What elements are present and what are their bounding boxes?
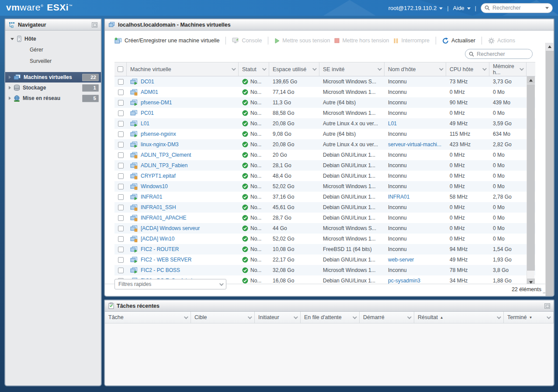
select-all-checkbox[interactable] <box>118 66 123 72</box>
scrollbar-thumb[interactable] <box>527 84 535 271</box>
sidebar-item-machines-virtuelles[interactable]: Machines virtuelles22 <box>5 72 101 83</box>
vm-search-input[interactable] <box>477 51 529 57</box>
vm-name-link[interactable]: L01 <box>141 120 149 127</box>
vm-hostname-link[interactable]: web-server <box>388 257 414 263</box>
global-search-input[interactable] <box>492 5 543 11</box>
task-column-header-6[interactable]: Terminé▼ <box>504 312 554 323</box>
table-row[interactable]: linux-nginx-DM3No...20,08 GoAutre Linux … <box>114 139 535 150</box>
row-checkbox[interactable] <box>118 142 124 148</box>
table-row[interactable]: FIC2 - ROUTERNo...10,08 GoFreeBSD 11 (64… <box>114 244 535 254</box>
sidebar-item-stockage[interactable]: Stockage1 <box>5 83 101 93</box>
scroll-up-icon[interactable] <box>546 43 553 50</box>
vm-name-link[interactable]: FIC2 - PC BOSS <box>141 267 180 273</box>
table-row[interactable]: FIC2 - WEB SERVERNo...22,17 GoDebian GNU… <box>114 254 535 265</box>
quick-filters-select[interactable]: Filtres rapides <box>114 279 226 289</box>
table-row[interactable]: L01No...20,08 GoAutre Linux 4.x ou ver..… <box>114 118 535 129</box>
table-row[interactable]: DC01No...139,65 GoMicrosoft Windows S...… <box>114 76 535 87</box>
sidebar-item-host[interactable]: Hôte <box>5 34 101 44</box>
row-checkbox[interactable] <box>118 152 124 158</box>
row-checkbox[interactable] <box>118 173 124 179</box>
row-checkbox[interactable] <box>118 184 124 189</box>
table-row[interactable]: pfsense-ngxinxNo...9,08 GoAutre (64 bits… <box>114 129 535 139</box>
power-off-button[interactable]: Mettre hors tension <box>334 38 389 44</box>
row-checkbox[interactable] <box>118 131 124 137</box>
table-row[interactable]: [ACDA] Win10No...52,02 GoMicrosoft Windo… <box>114 234 535 244</box>
row-checkbox[interactable] <box>118 205 124 210</box>
panel-scrollbar[interactable] <box>545 43 553 297</box>
search-dropdown-icon[interactable] <box>545 7 549 9</box>
column-header-0[interactable]: Machine virtuelle <box>127 62 239 76</box>
sidebar-item-monitor[interactable]: Surveiller <box>5 55 101 67</box>
vm-search-box[interactable] <box>465 49 533 59</box>
table-row[interactable]: INFRA01_SSHNo...45,61 GoDebian GNU/Linux… <box>114 202 535 213</box>
row-checkbox[interactable] <box>118 194 124 200</box>
vm-name-link[interactable]: pfsense-ngxinx <box>141 131 176 137</box>
create-vm-button[interactable]: Créer/Enregistrer une machine virtuelle <box>114 38 219 44</box>
table-row[interactable]: ADM01No...77,14 GoMicrosoft Windows 1...… <box>114 87 535 97</box>
task-column-header-3[interactable]: En file d'attente <box>301 312 360 323</box>
help-menu[interactable]: Aide <box>453 5 471 11</box>
power-on-button[interactable]: Mettre sous tension <box>274 38 330 44</box>
suspend-button[interactable]: Interrompre <box>393 38 430 44</box>
task-column-header-2[interactable]: Initiateur <box>255 312 301 323</box>
table-row[interactable]: FIC2 - PC BOSSNo...32,08 GoMicrosoft Win… <box>114 265 535 275</box>
row-checkbox[interactable] <box>118 79 124 85</box>
refresh-button[interactable]: Actualiser <box>442 38 475 44</box>
row-checkbox[interactable] <box>118 268 124 273</box>
task-column-header-0[interactable]: Tâche <box>105 312 191 323</box>
row-checkbox[interactable] <box>118 257 124 263</box>
vm-name-link[interactable]: PC01 <box>141 110 154 116</box>
vm-name-link[interactable]: Windows10 <box>141 183 168 189</box>
column-header-1[interactable]: Statut <box>239 62 269 76</box>
vm-hostname-link[interactable]: INFRA01 <box>388 194 409 200</box>
vm-name-link[interactable]: FIC2 - ROUTER <box>141 246 179 252</box>
sidebar-item-manage[interactable]: Gérer <box>5 44 101 55</box>
table-row[interactable]: ADLIN_TP3_ClementNo...20 GoDebian GNU/Li… <box>114 150 535 160</box>
sidebar-item-mise-en-r-seau[interactable]: Mise en réseau5 <box>5 93 101 103</box>
row-checkbox[interactable] <box>118 100 124 106</box>
actions-button[interactable]: Actions <box>488 38 515 44</box>
row-checkbox[interactable] <box>118 121 124 127</box>
column-header-5[interactable]: CPU hôte <box>446 62 489 76</box>
vm-name-link[interactable]: ADLIN_TP3_Fabien <box>141 162 187 168</box>
scroll-up-icon[interactable] <box>527 76 535 84</box>
vm-name-link[interactable]: DC01 <box>141 79 154 85</box>
vm-name-link[interactable]: [ACDA] Win10 <box>141 236 174 242</box>
table-row[interactable]: pfsense-DM1No...11,3 GoAutre (64 bits)In… <box>114 97 535 108</box>
table-scrollbar[interactable] <box>527 76 534 286</box>
global-search-box[interactable] <box>481 3 553 13</box>
console-button[interactable]: Console <box>232 38 262 44</box>
table-row[interactable]: CRYPT1.epitafNo...48,4 GoDebian GNU/Linu… <box>114 171 535 181</box>
vm-name-link[interactable]: INFRA01_APACHE <box>141 215 186 221</box>
column-header-4[interactable]: Nom d'hôte <box>385 62 446 76</box>
collapse-panel-icon[interactable] <box>92 22 97 28</box>
table-row[interactable]: ADLIN_TP3_FabienNo...28,1 GoDebian GNU/L… <box>114 160 535 171</box>
row-checkbox[interactable] <box>118 247 124 252</box>
row-checkbox[interactable] <box>118 89 124 95</box>
row-checkbox[interactable] <box>118 236 124 242</box>
vm-name-link[interactable]: ADLIN_TP3_Clement <box>141 152 191 158</box>
vm-name-link[interactable]: INFRA01_SSH <box>141 204 176 210</box>
row-checkbox[interactable] <box>118 110 124 116</box>
column-header-3[interactable]: SE invité <box>319 62 385 76</box>
vm-name-link[interactable]: pfsense-DM1 <box>141 100 172 106</box>
scrollbar-thumb[interactable] <box>546 51 554 297</box>
vm-name-link[interactable]: ADM01 <box>141 89 158 95</box>
table-row[interactable]: PC01No...88,58 GoMicrosoft Windows 1...I… <box>114 108 535 118</box>
vm-hostname-link[interactable]: L01 <box>388 120 397 127</box>
vm-name-link[interactable]: FIC2 - WEB SERVER <box>141 257 191 263</box>
user-menu[interactable]: root@172.19.110.2 <box>388 5 443 11</box>
task-column-header-4[interactable]: Démarré <box>360 312 414 323</box>
row-checkbox[interactable] <box>118 163 124 168</box>
table-row[interactable]: INFRA01_APACHENo...28,7 GoDebian GNU/Lin… <box>114 213 535 223</box>
table-row[interactable]: INFRA01No...37,16 GoDebian GNU/Linux 1..… <box>114 192 535 202</box>
collapse-panel-icon[interactable] <box>544 303 550 309</box>
vm-name-link[interactable]: linux-nginx-DM3 <box>141 141 179 148</box>
vm-hostname-link[interactable]: serveur-virtual-machi... <box>388 141 441 148</box>
row-checkbox[interactable] <box>118 226 124 231</box>
vm-name-link[interactable]: CRYPT1.epitaf <box>141 173 176 179</box>
column-header-2[interactable]: Espace utilisé <box>269 62 319 76</box>
vm-name-link[interactable]: [ACDA] Windows serveur <box>141 225 200 231</box>
vm-name-link[interactable]: INFRA01 <box>141 194 162 200</box>
table-row[interactable]: [ACDA] Windows serveurNo...44 GoMicrosof… <box>114 223 535 234</box>
